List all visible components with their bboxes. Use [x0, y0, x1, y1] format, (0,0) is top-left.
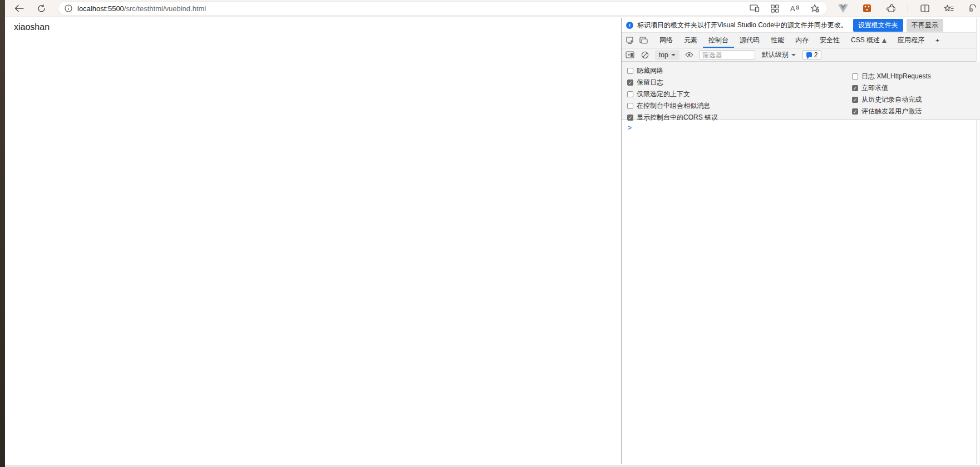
devtools-panel: i 标识项目的根文件夹以打开Visual Studio Code中的源文件并同步… — [621, 18, 980, 464]
console-toolbar: top 默认级别 2 — [622, 48, 980, 62]
info-icon: i — [626, 22, 633, 29]
toolbar-divider — [908, 4, 908, 13]
back-arrow-icon — [14, 4, 24, 12]
devtools-tab-performance[interactable]: 性能 — [765, 33, 790, 48]
device-toolbar-toggle-button[interactable] — [624, 34, 637, 47]
console-setting-row[interactable]: 日志 XMLHttpRequests — [852, 71, 931, 82]
desktop-edge-strip — [0, 0, 5, 467]
console-setting-label: 显示控制台中的CORS 错误 — [637, 113, 718, 122]
inspect-element-button[interactable] — [637, 34, 651, 47]
console-setting-row[interactable]: ✓立即求值 — [852, 82, 931, 94]
console-setting-label: 仅限选定的上下文 — [637, 90, 690, 99]
checkbox-checked-icon[interactable]: ✓ — [852, 97, 858, 103]
devtools-tab-security[interactable]: 安全性 — [814, 33, 845, 48]
devtools-tab-elements[interactable]: 元素 — [678, 33, 703, 48]
devtools-tab-application[interactable]: 应用程序 — [892, 33, 930, 48]
url-text[interactable]: localhost:5500/src/testhtml/vuebind.html — [77, 4, 206, 13]
console-setting-label: 立即求值 — [861, 83, 888, 93]
checkbox-checked-icon[interactable]: ✓ — [852, 85, 858, 91]
checkbox-unchecked-icon[interactable] — [627, 91, 633, 97]
context-label: top — [659, 51, 668, 59]
console-setting-label: 评估触发器用户激活 — [861, 107, 922, 116]
browser-toolbar: localhost:5500/src/testhtml/vuebind.html… — [5, 0, 980, 17]
console-settings-left-column: 隐藏网络✓保留日志仅限选定的上下文在控制台中组合相似消息✓显示控制台中的CORS… — [627, 65, 718, 123]
issues-bubble-icon — [806, 52, 812, 57]
extensions-puzzle-icon[interactable] — [884, 1, 898, 16]
devtools-notification-bar: i 标识项目的根文件夹以打开Visual Studio Code中的源文件并同步… — [622, 18, 980, 33]
devtools-tab-more[interactable]: + — [930, 33, 945, 48]
javascript-context-selector[interactable]: top — [655, 50, 679, 60]
browser-menu-icon-partial[interactable] — [966, 1, 980, 16]
console-setting-row[interactable]: ✓保留日志 — [627, 77, 718, 88]
page-text: xiaoshan — [14, 22, 50, 32]
console-setting-row[interactable]: 仅限选定的上下文 — [627, 88, 718, 100]
devtools-tab-css-overview[interactable]: CSS 概述 — [845, 33, 892, 48]
send-to-devices-button[interactable] — [749, 3, 760, 14]
console-prompt-chevron: > — [628, 124, 632, 132]
refresh-icon — [37, 4, 46, 13]
devtools-tab-memory[interactable]: 内存 — [790, 33, 814, 48]
checkbox-checked-icon[interactable]: ✓ — [852, 108, 858, 115]
issues-count: 2 — [814, 51, 818, 59]
vue-devtools-icon[interactable] — [836, 1, 850, 16]
dismiss-notification-button[interactable]: 不再显示 — [907, 19, 943, 32]
web-page-viewport: xiaoshan — [5, 18, 621, 464]
back-button[interactable] — [12, 1, 26, 16]
console-setting-label: 隐藏网络 — [637, 66, 663, 76]
checkbox-checked-icon[interactable]: ✓ — [627, 115, 633, 121]
console-setting-label: 保留日志 — [637, 78, 663, 87]
devtools-tab-network[interactable]: 网络 — [654, 33, 678, 48]
add-favorite-button[interactable] — [809, 3, 820, 14]
console-setting-label: 在控制台中组合相似消息 — [637, 101, 710, 111]
screen: localhost:5500/src/testhtml/vuebind.html… — [0, 0, 980, 467]
url-host: localhost:5500 — [77, 4, 124, 13]
site-info-icon[interactable] — [64, 4, 72, 13]
console-setting-row[interactable]: ✓从历史记录自动完成 — [852, 94, 931, 106]
read-aloud-button[interactable]: A — [789, 3, 800, 14]
devtools-tab-console[interactable]: 控制台 — [703, 33, 734, 48]
chevron-down-icon — [671, 54, 676, 56]
notification-message: 标识项目的根文件夹以打开Visual Studio Code中的源文件并同步更改… — [637, 21, 848, 30]
checkbox-unchecked-icon[interactable] — [627, 68, 633, 74]
console-setting-label: 日志 XMLHttpRequests — [861, 72, 931, 81]
devtools-tab-sources[interactable]: 源代码 — [734, 33, 765, 48]
checkbox-unchecked-icon[interactable] — [852, 73, 858, 80]
clear-console-icon[interactable] — [640, 50, 650, 60]
console-setting-row[interactable]: 在控制台中组合相似消息 — [627, 100, 718, 112]
address-bar[interactable]: localhost:5500/src/testhtml/vuebind.html… — [58, 2, 827, 15]
extension-dice-icon[interactable] — [860, 1, 874, 16]
devtools-tabs-row: 网络元素控制台源代码性能内存安全性CSS 概述应用程序+ — [622, 33, 980, 48]
log-levels-label: 默认级别 — [762, 50, 789, 59]
refresh-button[interactable] — [34, 1, 48, 16]
log-levels-selector[interactable]: 默认级别 — [760, 49, 797, 61]
split-screen-button[interactable] — [918, 1, 932, 16]
extension-icons — [836, 1, 980, 16]
console-sidebar-toggle-icon[interactable] — [625, 50, 635, 60]
console-settings-right-column: 日志 XMLHttpRequests✓立即求值✓从历史记录自动完成✓评估触发器用… — [852, 71, 931, 117]
console-settings-panel: 隐藏网络✓保留日志仅限选定的上下文在控制台中组合相似消息✓显示控制台中的CORS… — [622, 62, 980, 120]
issues-counter-button[interactable]: 2 — [802, 50, 822, 60]
console-setting-row[interactable]: ✓评估触发器用户激活 — [852, 106, 931, 117]
console-setting-row[interactable]: 隐藏网络 — [627, 65, 718, 77]
console-filter-input[interactable] — [700, 50, 755, 59]
live-expression-eye-icon[interactable] — [684, 50, 695, 60]
checkbox-checked-icon[interactable]: ✓ — [627, 80, 633, 86]
experiment-flask-icon — [882, 38, 887, 43]
apps-grid-button[interactable] — [769, 3, 780, 14]
chevron-down-icon — [791, 54, 796, 56]
devtools-tabs: 网络元素控制台源代码性能内存安全性CSS 概述应用程序+ — [654, 33, 945, 48]
address-bar-actions: A — [749, 3, 820, 14]
console-setting-label: 从历史记录自动完成 — [861, 95, 922, 105]
console-setting-row[interactable]: ✓显示控制台中的CORS 错误 — [627, 112, 718, 123]
checkbox-unchecked-icon[interactable] — [627, 103, 633, 109]
url-path: /src/testhtml/vuebind.html — [124, 4, 206, 13]
svg-text:A: A — [790, 4, 795, 12]
set-root-folder-button[interactable]: 设置根文件夹 — [853, 19, 903, 32]
taskbar-edge-strip — [5, 465, 980, 467]
favorites-hub-button[interactable] — [942, 1, 956, 16]
